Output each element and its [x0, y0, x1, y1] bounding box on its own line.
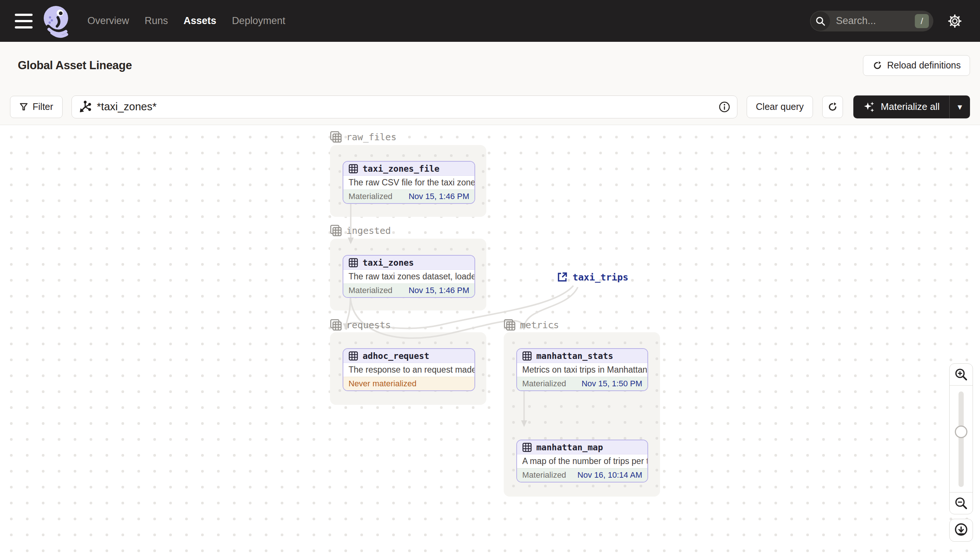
materialize-all-split-button: Materialize all ▾ [853, 95, 970, 118]
search-input[interactable]: Search... / [810, 11, 933, 31]
asset-description: The raw taxi zones dataset, loaded int..… [343, 270, 474, 284]
lineage-edges [0, 125, 980, 558]
dagster-logo-icon[interactable] [41, 3, 72, 39]
asset-lineage-canvas[interactable]: raw_files ingested requests [0, 125, 980, 558]
asset-status-row: Materialized Nov 16, 10:14 AM [517, 468, 647, 482]
zoom-out-button[interactable] [950, 492, 973, 514]
nav-overview[interactable]: Overview [87, 15, 129, 27]
filter-button[interactable]: Filter [10, 96, 63, 118]
group-label-metrics[interactable]: metrics [504, 319, 559, 331]
nav-runs[interactable]: Runs [145, 15, 168, 27]
refresh-icon [827, 102, 838, 113]
search-placeholder: Search... [836, 15, 915, 27]
asset-description: Metrics on taxi trips in Manhattan [517, 363, 647, 377]
asset-name: adhoc_request [362, 351, 429, 361]
materialize-all-button[interactable]: Materialize all [853, 95, 949, 118]
page-title: Global Asset Lineage [18, 59, 132, 72]
asset-status-row: Never materialized [343, 377, 474, 391]
table-icon [349, 258, 358, 268]
status-label: Materialized [349, 286, 393, 295]
status-timestamp: Nov 15, 1:50 PM [581, 379, 642, 389]
asset-query-input[interactable]: *taxi_zones* [71, 95, 738, 118]
asset-node-taxi-zones[interactable]: taxi_zones The raw taxi zones dataset, l… [343, 255, 475, 298]
status-timestamp: Nov 16, 10:14 AM [577, 470, 642, 480]
status-label: Materialized [522, 379, 566, 389]
status-timestamp: Nov 15, 1:46 PM [408, 192, 469, 201]
group-label-raw-files[interactable]: raw_files [330, 131, 396, 143]
download-icon [953, 522, 969, 538]
menu-icon[interactable] [15, 14, 33, 28]
download-graph-button[interactable] [949, 519, 973, 542]
zoom-controls [949, 363, 973, 514]
external-asset-taxi-trips[interactable]: taxi_trips [556, 272, 629, 283]
sparkle-icon [863, 101, 876, 113]
asset-query-value: *taxi_zones* [97, 101, 718, 113]
asset-description: The response to an request made in th... [343, 363, 474, 377]
asset-name: manhattan_stats [536, 351, 613, 361]
table-icon [522, 351, 532, 361]
materialize-options-caret[interactable]: ▾ [949, 95, 970, 118]
status-timestamp: Nov 15, 1:46 PM [408, 286, 469, 295]
asset-node-manhattan-map[interactable]: manhattan_map A map of the number of tri… [516, 440, 648, 483]
top-nav: Overview Runs Assets Deployment Search..… [0, 0, 980, 42]
external-link-icon [556, 272, 567, 283]
group-label-requests[interactable]: requests [330, 319, 391, 331]
reload-icon [872, 60, 883, 71]
status-label: Materialized [522, 470, 566, 480]
lineage-toolbar: Filter *taxi_zones* Clear query [0, 89, 980, 125]
asset-name: taxi_zones_file [362, 164, 440, 174]
info-icon[interactable] [718, 101, 730, 113]
group-table-icon [330, 319, 343, 331]
zoom-slider[interactable] [950, 385, 973, 492]
asset-node-taxi-zones-file[interactable]: taxi_zones_file The raw CSV file for the… [343, 161, 475, 204]
group-table-icon [504, 319, 516, 331]
search-icon [811, 11, 830, 31]
zoom-in-button[interactable] [950, 364, 973, 385]
group-table-icon [330, 131, 343, 143]
nav-assets[interactable]: Assets [184, 15, 217, 27]
status-label: Materialized [349, 192, 393, 201]
zoom-slider-thumb[interactable] [955, 425, 967, 438]
search-shortcut-badge: / [915, 14, 929, 28]
query-graph-icon [79, 100, 92, 113]
primary-nav: Overview Runs Assets Deployment [87, 15, 285, 27]
refresh-button[interactable] [822, 96, 843, 118]
chevron-down-icon: ▾ [957, 102, 962, 112]
funnel-icon [19, 102, 28, 112]
status-label: Never materialized [349, 379, 416, 389]
clear-query-button[interactable]: Clear query [747, 96, 813, 118]
nav-deployment[interactable]: Deployment [232, 15, 285, 27]
group-table-icon [330, 225, 343, 236]
zoom-in-icon [954, 368, 968, 381]
asset-status-row: Materialized Nov 15, 1:50 PM [517, 377, 647, 391]
gear-icon[interactable] [947, 14, 962, 28]
group-label-ingested[interactable]: ingested [330, 225, 391, 236]
table-icon [349, 351, 358, 361]
table-icon [522, 443, 532, 452]
asset-node-manhattan-stats[interactable]: manhattan_stats Metrics on taxi trips in… [516, 348, 648, 391]
asset-description: A map of the number of trips per taxi z.… [517, 455, 647, 468]
table-icon [349, 164, 358, 174]
asset-name: manhattan_map [536, 443, 603, 452]
asset-status-row: Materialized Nov 15, 1:46 PM [343, 284, 474, 297]
page-header: Global Asset Lineage Reload definitions [0, 42, 980, 89]
asset-status-row: Materialized Nov 15, 1:46 PM [343, 189, 474, 203]
asset-name: taxi_zones [362, 258, 414, 268]
asset-description: The raw CSV file for the taxi zones dat.… [343, 176, 474, 189]
reload-definitions-button[interactable]: Reload definitions [863, 55, 970, 76]
zoom-out-icon [954, 496, 968, 510]
zoom-slider-track[interactable] [959, 392, 964, 487]
asset-node-adhoc-request[interactable]: adhoc_request The response to an request… [343, 348, 475, 391]
